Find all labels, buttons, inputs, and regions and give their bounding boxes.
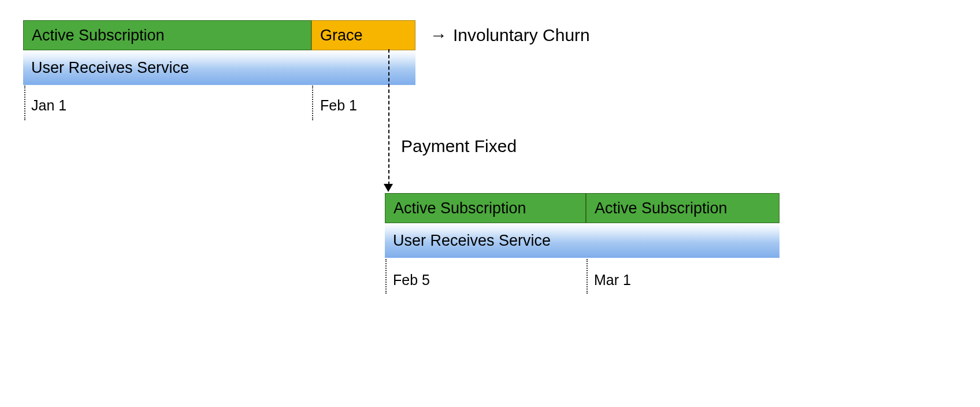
timeline2-active-subscription-1-bar: Active Subscription (385, 193, 586, 223)
timeline1-date-feb1: Feb 1 (320, 97, 357, 114)
timeline1-grace-label: Grace (320, 27, 363, 45)
timeline1-dotted-line-jan1 (24, 86, 25, 120)
timeline1-grace-bar: Grace (311, 20, 415, 50)
timeline1-user-receives-service-bar: User Receives Service (23, 50, 415, 85)
timeline2-active-subscription-2-label: Active Subscription (595, 199, 727, 217)
involuntary-churn-annotation: →Involuntary Churn (430, 25, 590, 45)
timeline2-dotted-line-feb5 (385, 259, 387, 294)
timeline1-dotted-line-feb1 (312, 86, 313, 120)
timeline1-user-receives-service-label: User Receives Service (31, 59, 189, 77)
timeline1-date-jan1: Jan 1 (31, 97, 66, 114)
involuntary-churn-text: Involuntary Churn (453, 25, 590, 45)
timeline1-active-subscription-label: Active Subscription (32, 27, 165, 45)
dashed-arrow-line (388, 49, 389, 185)
timeline2-active-subscription-1-label: Active Subscription (394, 199, 526, 217)
timeline2-user-receives-service-bar: User Receives Service (385, 223, 779, 258)
timeline2-date-mar1: Mar 1 (594, 272, 631, 288)
arrow-head-icon (384, 184, 393, 192)
timeline2-dotted-line-mar1 (586, 259, 588, 294)
timeline1-active-subscription-bar: Active Subscription (23, 20, 311, 50)
timeline2-active-subscription-2-bar: Active Subscription (586, 193, 779, 223)
timeline2-date-feb5: Feb 5 (393, 272, 430, 288)
arrow-right-icon: → (430, 25, 447, 45)
timeline2-user-receives-service-label: User Receives Service (393, 232, 551, 250)
subscription-timeline-diagram: Active Subscription Grace User Receives … (0, 0, 980, 407)
payment-fixed-annotation: Payment Fixed (401, 136, 517, 156)
